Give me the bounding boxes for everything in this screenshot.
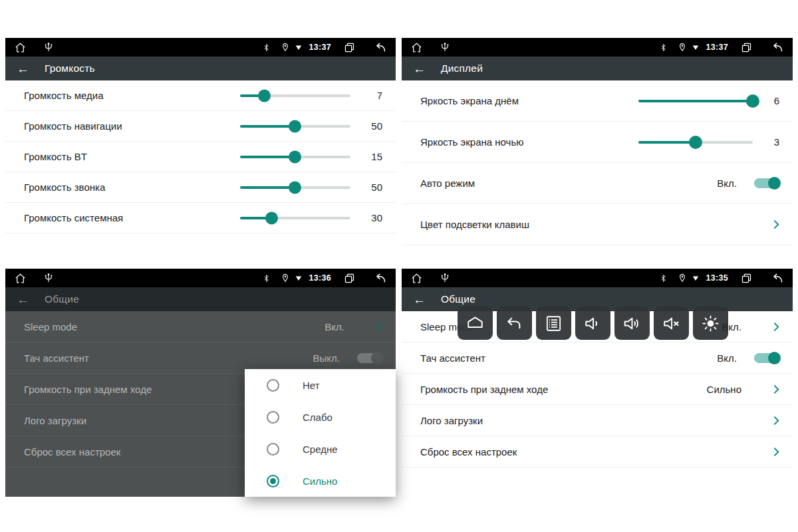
bt-volume-slider[interactable] [240, 150, 350, 164]
setting-row-night-brightness[interactable]: Яркость экрана ночью 3 [402, 122, 793, 163]
toolbar-back-button[interactable] [497, 307, 532, 340]
menu-list-icon [544, 314, 563, 333]
setting-row-touch-assistant[interactable]: Тач ассистент Вкл. [402, 342, 793, 374]
chevron-right-icon [773, 384, 779, 394]
usb-icon [440, 273, 450, 283]
slider-thumb[interactable] [689, 136, 702, 149]
slider-thumb[interactable] [289, 150, 301, 163]
media-volume-value: 7 [360, 90, 382, 101]
page-title: Общие [441, 293, 475, 305]
home-icon [466, 314, 485, 333]
setting-row-auto-mode[interactable]: Авто режим Вкл. [402, 163, 793, 204]
dialog-option-strong[interactable]: Сильно [245, 465, 396, 497]
call-volume-slider[interactable] [240, 181, 350, 194]
back-icon[interactable] [374, 272, 387, 285]
sleep-mode-state: Вкл. [722, 321, 741, 332]
night-brightness-slider[interactable] [638, 136, 753, 149]
system-volume-slider[interactable] [240, 211, 350, 225]
back-arrow[interactable]: ← [17, 293, 29, 306]
reverse-volume-state: Сильно [707, 384, 741, 395]
chevron-right-icon [773, 447, 779, 457]
auto-mode-toggle[interactable] [754, 178, 779, 188]
recent-apps-icon[interactable] [344, 273, 355, 284]
system-volume-value: 30 [360, 212, 382, 223]
toolbar-mute-button[interactable] [654, 307, 689, 340]
dialog-option-medium[interactable]: Средне [245, 433, 396, 465]
chevron-right-icon [376, 322, 382, 332]
radio-checked-icon[interactable] [267, 475, 279, 487]
radio-unchecked-icon[interactable] [267, 379, 279, 392]
slider-thumb[interactable] [289, 120, 301, 132]
setting-row-sleep-mode[interactable]: Sleep mode Вкл. [5, 311, 396, 342]
return-arrow-icon [505, 314, 524, 333]
reverse-volume-dialog: Нет Слабо Средне Сильно [245, 369, 396, 497]
toolbar-home-button[interactable] [458, 307, 493, 340]
page-title: Дисплей [441, 63, 483, 74]
media-volume-slider[interactable] [240, 89, 350, 102]
dialog-option-none[interactable]: Нет [245, 369, 396, 401]
recent-apps-icon[interactable] [741, 273, 752, 284]
radio-unchecked-icon[interactable] [267, 411, 279, 424]
chevron-right-icon [773, 416, 779, 426]
brightness-icon [701, 314, 720, 333]
bt-volume-value: 15 [360, 151, 382, 162]
nav-volume-slider[interactable] [240, 120, 350, 133]
setting-row-media-volume[interactable]: Громкость медиа 7 [5, 80, 396, 111]
home-icon[interactable] [14, 272, 27, 285]
slider-thumb[interactable] [258, 89, 271, 102]
setting-row-reverse-volume[interactable]: Громкость при заднем ходе Сильно [402, 374, 793, 405]
usb-icon [43, 273, 54, 283]
panel-display-settings: 13:37 ← Дисплей Яркость экрана днём 6 Яр… [402, 38, 793, 245]
bluetooth-icon [659, 274, 668, 283]
recent-apps-icon[interactable] [741, 42, 752, 53]
dialog-option-weak[interactable]: Слабо [245, 401, 396, 433]
toolbar-volume-down-button[interactable] [575, 307, 610, 340]
setting-row-key-backlight-color[interactable]: Цвет подсветки клавиш [402, 204, 793, 245]
home-icon[interactable] [410, 272, 423, 285]
touch-assistant-toggle[interactable] [754, 353, 779, 363]
page-title: Общие [45, 293, 79, 305]
location-icon [281, 273, 290, 283]
usb-icon [43, 42, 54, 53]
back-arrow[interactable]: ← [17, 63, 29, 75]
back-arrow[interactable]: ← [413, 293, 426, 306]
setting-row-nav-volume[interactable]: Громкость навигации 50 [5, 111, 396, 142]
bluetooth-icon [659, 43, 668, 52]
setting-row-call-volume[interactable]: Громкость звонка 50 [5, 172, 396, 203]
panel-volume-settings: 13:37 ← Громкость Громкость медиа 7 Гром… [5, 38, 396, 233]
back-arrow[interactable]: ← [413, 63, 426, 75]
back-icon[interactable] [771, 272, 784, 285]
touch-assistant-state: Вкл. [717, 352, 737, 364]
recent-apps-icon[interactable] [344, 42, 355, 53]
toggle-knob [371, 352, 384, 364]
toolbar-menu-button[interactable] [536, 307, 571, 340]
radio-unchecked-icon[interactable] [267, 443, 279, 456]
bluetooth-icon [262, 274, 271, 283]
status-bar: 13:37 [402, 38, 793, 57]
touch-assistant-toggle[interactable] [357, 353, 382, 363]
setting-row-bt-volume[interactable]: Громкость BT 15 [5, 142, 396, 172]
page-header: ← Общие [5, 287, 396, 311]
setting-row-day-brightness[interactable]: Яркость экрана днём 6 [402, 80, 793, 122]
slider-thumb[interactable] [265, 211, 278, 224]
day-brightness-slider[interactable] [638, 94, 753, 108]
panel-general-settings: 13:35 ← Общие Sleep mode Вкл. Тач ассист… [402, 269, 793, 467]
clock: 13:37 [309, 43, 331, 52]
home-icon[interactable] [410, 41, 423, 54]
back-icon[interactable] [374, 41, 387, 54]
toolbar-volume-up-button[interactable] [614, 307, 650, 340]
back-icon[interactable] [771, 41, 784, 54]
home-icon[interactable] [14, 41, 27, 54]
status-bar: 13:37 [5, 38, 396, 57]
slider-thumb[interactable] [746, 94, 759, 108]
screenshot-grid: 13:37 ← Громкость Громкость медиа 7 Гром… [0, 0, 798, 532]
signal-icon [295, 274, 303, 282]
call-volume-value: 50 [360, 182, 382, 193]
page-title: Громкость [45, 63, 95, 74]
volume-up-icon [622, 314, 642, 333]
quick-toolbar [458, 307, 728, 340]
setting-row-reset-all[interactable]: Сброс всех настроек [402, 436, 793, 467]
setting-row-system-volume[interactable]: Громкость системная 30 [5, 203, 396, 233]
slider-thumb[interactable] [289, 181, 301, 194]
setting-row-boot-logo[interactable]: Лого загрузки [402, 405, 793, 436]
